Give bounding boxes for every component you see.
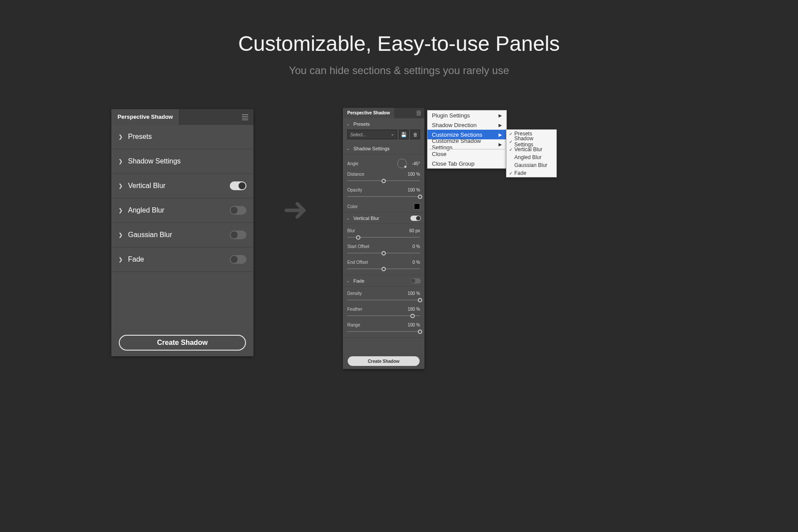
create-shadow-button[interactable]: Create Shadow (348, 356, 420, 366)
toggle-fade[interactable] (410, 278, 421, 284)
section-label: Fade (128, 255, 144, 263)
page-heading: Customizable, Easy-to-use Panels You can… (0, 0, 798, 77)
blur-value: 60 px (410, 228, 420, 233)
toggle-gaussian-blur[interactable] (230, 231, 246, 239)
check-icon: ✓ (509, 139, 514, 144)
menu-label: Plugin Settings (432, 112, 470, 119)
submenu-angled-blur[interactable]: Angled Blur (506, 153, 556, 161)
start-offset-value: 0 % (413, 244, 420, 249)
right-panel: Perspective Shadow ⌄ Presets Select... 💾… (343, 108, 424, 369)
check-icon: ✓ (509, 131, 514, 136)
save-icon: 💾 (401, 132, 407, 138)
chevron-down-icon: ⌄ (346, 122, 350, 126)
color-swatch[interactable] (414, 203, 420, 209)
range-slider[interactable] (347, 329, 420, 335)
submenu-label: Vertical Blur (514, 146, 542, 153)
angle-label: Angle (347, 161, 394, 166)
feather-slider[interactable] (347, 313, 420, 319)
arrow-right-icon (284, 199, 310, 223)
submenu-label: Gaussian Blur (514, 162, 547, 168)
create-shadow-button[interactable]: Create Shadow (119, 335, 246, 351)
trash-icon: 🗑 (413, 132, 418, 137)
section-label: Presets (353, 121, 370, 127)
page-subtitle: You can hide sections & settings you rar… (0, 64, 798, 77)
opacity-slider[interactable] (347, 194, 420, 200)
submenu-label: Shadow Settings (514, 135, 554, 148)
section-label: Vertical Blur (128, 182, 165, 190)
preset-select[interactable]: Select... (347, 130, 397, 139)
density-slider[interactable] (347, 297, 420, 303)
section-fade[interactable]: ❯ Fade (111, 248, 253, 272)
submenu-arrow-icon: ▶ (499, 142, 502, 147)
menu-plugin-settings[interactable]: Plugin Settings ▶ (428, 110, 506, 120)
left-panel: Perspective Shadow ❯ Presets ❯ Shadow Se… (111, 109, 253, 356)
submenu-gaussian-blur[interactable]: Gaussian Blur (506, 161, 556, 169)
section-label: Gaussian Blur (128, 231, 172, 239)
submenu-arrow-icon: ▶ (499, 123, 502, 128)
end-offset-value: 0 % (413, 260, 420, 265)
section-head-fade[interactable]: ⌄ Fade (343, 275, 424, 287)
end-offset-label: End Offset (347, 260, 413, 265)
density-label: Density (347, 291, 408, 296)
blur-slider[interactable] (347, 234, 420, 241)
section-vertical-blur[interactable]: ❯ Vertical Blur (111, 174, 253, 199)
save-preset-button[interactable]: 💾 (399, 130, 409, 139)
opacity-label: Opacity (347, 188, 408, 192)
distance-label: Distance (347, 172, 408, 177)
start-offset-label: Start Offset (347, 244, 413, 249)
density-value: 100 % (408, 291, 420, 296)
chevron-right-icon: ❯ (118, 256, 123, 262)
chevron-right-icon: ❯ (118, 158, 123, 164)
toggle-vertical-blur[interactable] (230, 181, 246, 190)
angle-dial[interactable] (397, 159, 407, 168)
left-panel-footer: Create Shadow (111, 329, 253, 356)
chevron-right-icon: ❯ (118, 183, 123, 189)
end-offset-slider[interactable] (347, 266, 420, 272)
section-head-shadow-settings[interactable]: ⌄ Shadow Settings (343, 143, 424, 154)
menu-close[interactable]: Close (428, 149, 506, 159)
section-shadow-settings[interactable]: ❯ Shadow Settings (111, 149, 253, 174)
color-label: Color (347, 204, 414, 209)
check-icon: ✓ (509, 171, 514, 176)
fade-content: Density 100 % Feather 180 % Range 100 % (343, 287, 424, 338)
left-panel-tab[interactable]: Perspective Shadow (111, 109, 179, 125)
feather-value: 180 % (408, 307, 420, 312)
angle-value: -45° (412, 161, 420, 166)
section-presets[interactable]: ❯ Presets (111, 125, 253, 149)
toggle-angled-blur[interactable] (230, 206, 246, 215)
menu-label: Close Tab Group (432, 160, 474, 167)
section-gaussian-blur[interactable]: ❯ Gaussian Blur (111, 223, 253, 248)
distance-slider[interactable] (347, 178, 420, 184)
section-label: Shadow Settings (128, 157, 181, 165)
hamburger-icon[interactable] (242, 114, 248, 120)
range-value: 100 % (408, 323, 420, 327)
chevron-right-icon: ❯ (118, 232, 123, 238)
feather-label: Feather (347, 307, 408, 312)
toggle-fade[interactable] (230, 255, 246, 264)
section-angled-blur[interactable]: ❯ Angled Blur (111, 199, 253, 223)
section-label: Fade (353, 278, 364, 284)
section-label: Shadow Settings (353, 146, 390, 151)
toggle-vertical-blur[interactable] (410, 216, 421, 221)
submenu-fade[interactable]: ✓ Fade (506, 169, 556, 177)
section-head-vertical-blur[interactable]: ⌄ Vertical Blur (343, 213, 424, 224)
flyout-submenu: ✓ Presets ✓ Shadow Settings ✓ Vertical B… (506, 129, 557, 177)
check-icon: ✓ (509, 147, 514, 152)
shadow-settings-content: Angle -45° Distance 100 % Opacity 100 % … (343, 154, 424, 213)
menu-customize-shadow-settings[interactable]: Customize Shadow Settings ▶ (428, 139, 506, 149)
menu-shadow-direction[interactable]: Shadow Direction ▶ (428, 120, 506, 130)
section-head-presets[interactable]: ⌄ Presets (343, 118, 424, 130)
opacity-value: 100 % (408, 188, 420, 192)
right-panel-footer: Create Shadow (343, 353, 424, 369)
submenu-shadow-settings[interactable]: ✓ Shadow Settings (506, 138, 556, 145)
menu-close-tab-group[interactable]: Close Tab Group (428, 159, 506, 168)
hamburger-icon[interactable] (417, 111, 421, 115)
right-panel-tab[interactable]: Perspective Shadow (343, 108, 394, 118)
delete-preset-button[interactable]: 🗑 (410, 130, 420, 139)
menu-label: Shadow Direction (432, 122, 477, 128)
menu-label: Close (432, 151, 446, 157)
right-panel-titlebar: Perspective Shadow (343, 108, 424, 118)
start-offset-slider[interactable] (347, 250, 420, 256)
chevron-down-icon: ⌄ (346, 146, 350, 151)
blur-label: Blur (347, 228, 410, 233)
